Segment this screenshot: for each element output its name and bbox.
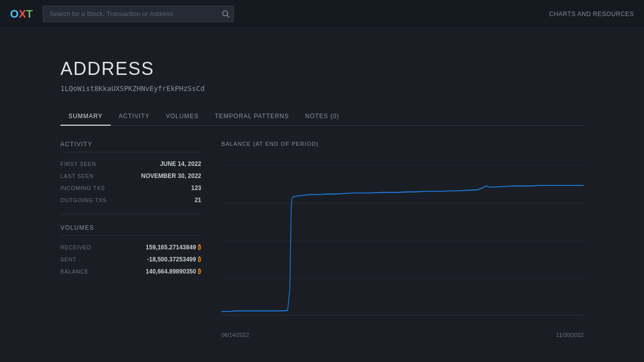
last-seen-row: LAST SEEN NOVEMBER 30, 2022 — [60, 172, 201, 179]
logo[interactable]: O X T — [10, 8, 33, 21]
tab-bar: SUMMARY ACTIVITY VOLUMES TEMPORAL PATTER… — [60, 108, 584, 126]
btc-symbol-received: ₿ — [198, 244, 201, 251]
tab-temporal-patterns[interactable]: TEMPORAL PATTERNS — [207, 108, 297, 126]
balance-label: BALANCE — [60, 268, 89, 275]
received-row: RECEIVED 159,165.27143849 ₿ — [60, 244, 201, 251]
chart-axis-end-label: 11/30/2022 — [556, 332, 584, 338]
chart-axis: 06/14/2022 11/30/2022 — [221, 318, 584, 328]
search-button[interactable] — [222, 10, 230, 18]
svg-line-1 — [227, 15, 229, 17]
logo-t: T — [26, 8, 33, 21]
btc-symbol-sent: ₿ — [198, 256, 201, 263]
outgoing-txs-row: OUTGOING TXS 21 — [60, 197, 201, 204]
first-seen-label: FIRST SEEN — [60, 161, 96, 167]
section-divider — [60, 214, 201, 214]
sent-value: -18,500.37253499 ₿ — [147, 256, 201, 263]
tab-activity[interactable]: ACTIVITY — [111, 108, 158, 126]
balance-chart — [221, 155, 584, 316]
left-panel: ACTIVITY FIRST SEEN JUNE 14, 2022 LAST S… — [60, 141, 201, 343]
chart-wrapper: 06/14/2022 11/30/2022 — [221, 155, 584, 343]
main-content: ADDRESS 1LQoWist8KkaUXSPKZHNvEyfrEkPHzSs… — [0, 28, 644, 362]
last-seen-label: LAST SEEN — [60, 173, 94, 179]
first-seen-value: JUNE 14, 2022 — [160, 160, 201, 167]
search-icon — [222, 10, 230, 18]
first-seen-row: FIRST SEEN JUNE 14, 2022 — [60, 160, 201, 167]
tab-volumes[interactable]: VOLUMES — [158, 108, 207, 126]
chart-title: BALANCE (AT END OF PERIOD) — [221, 141, 584, 147]
incoming-txs-label: INCOMING TXS — [60, 185, 105, 191]
page-type-label: ADDRESS — [60, 58, 584, 79]
content-area: ACTIVITY FIRST SEEN JUNE 14, 2022 LAST S… — [60, 141, 584, 343]
outgoing-txs-value: 21 — [195, 197, 201, 204]
chart-axis-start-label: 06/14/2022 — [221, 332, 249, 338]
tab-notes[interactable]: NOTES (0) — [297, 108, 347, 126]
received-label: RECEIVED — [60, 244, 92, 250]
search-container — [43, 6, 234, 22]
right-panel: BALANCE (AT END OF PERIOD) — [221, 141, 584, 343]
logo-o: O — [10, 8, 19, 21]
sent-row: SENT -18,500.37253499 ₿ — [60, 256, 201, 263]
charts-and-resources-link[interactable]: CHARTS AND RESOURCES — [549, 11, 634, 18]
balance-row: BALANCE 140,664.89890350 ₿ — [60, 268, 201, 275]
outgoing-txs-label: OUTGOING TXS — [60, 197, 107, 203]
balance-value: 140,664.89890350 ₿ — [146, 268, 201, 275]
header: O X T CHARTS AND RESOURCES — [0, 0, 644, 28]
incoming-txs-row: INCOMING TXS 123 — [60, 185, 201, 192]
chart-container — [221, 155, 584, 316]
received-value: 159,165.27143849 ₿ — [146, 244, 201, 251]
incoming-txs-value: 123 — [191, 185, 201, 192]
btc-symbol-balance: ₿ — [198, 268, 201, 275]
volumes-section-title: VOLUMES — [60, 224, 201, 236]
tab-summary[interactable]: SUMMARY — [60, 108, 111, 126]
last-seen-value: NOVEMBER 30, 2022 — [141, 172, 201, 179]
sent-label: SENT — [60, 256, 76, 262]
address-hash: 1LQoWist8KkaUXSPKZHNvEyfrEkPHzSsCd — [60, 84, 584, 93]
logo-x: X — [19, 8, 26, 21]
activity-section-title: ACTIVITY — [60, 141, 201, 152]
search-input[interactable] — [43, 6, 234, 22]
